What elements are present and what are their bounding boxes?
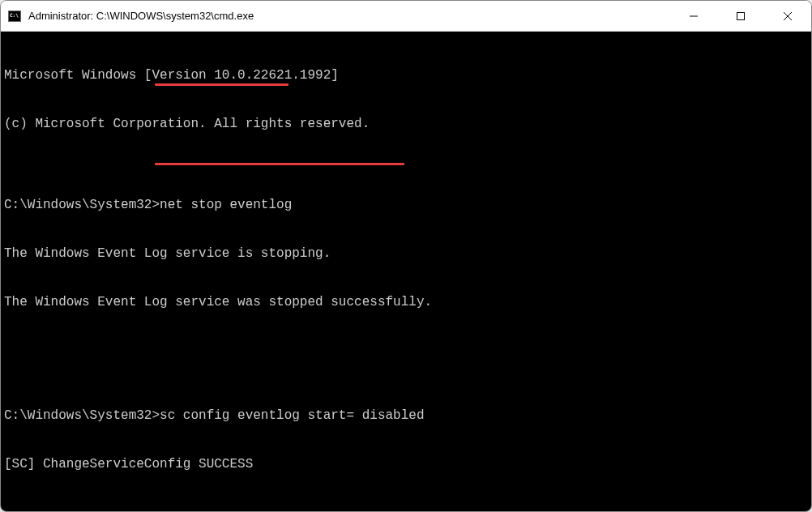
maximize-button[interactable] — [717, 1, 764, 31]
annotation-underline — [155, 83, 288, 86]
terminal-line: C:\Windows\System32>sc config eventlog s… — [4, 407, 808, 424]
terminal-line: (c) Microsoft Corporation. All rights re… — [4, 116, 808, 132]
close-icon — [783, 11, 793, 21]
terminal-line: [SC] ChangeServiceConfig SUCCESS — [4, 456, 808, 472]
terminal-line: C:\Windows\System32>net stop eventlog — [4, 197, 808, 213]
window-title: Administrator: C:\WINDOWS\system32\cmd.e… — [28, 10, 670, 22]
terminal-line: Microsoft Windows [Version 10.0.22621.19… — [4, 67, 808, 83]
svg-rect-3 — [737, 12, 745, 19]
minimize-icon — [689, 11, 699, 21]
cmd-icon: C:\ — [7, 9, 22, 23]
terminal-area[interactable]: Microsoft Windows [Version 10.0.22621.19… — [1, 32, 811, 511]
minimize-button[interactable] — [670, 1, 717, 31]
close-button[interactable] — [764, 1, 811, 31]
svg-text:C:\: C:\ — [10, 12, 19, 18]
cmd-window: C:\ Administrator: C:\WINDOWS\system32\c… — [0, 0, 812, 512]
maximize-icon — [736, 11, 746, 21]
window-controls — [670, 1, 811, 31]
titlebar[interactable]: C:\ Administrator: C:\WINDOWS\system32\c… — [1, 1, 811, 32]
terminal-line: The Windows Event Log service is stoppin… — [4, 245, 808, 262]
annotation-underline — [155, 163, 404, 165]
terminal-line: The Windows Event Log service was stoppe… — [4, 294, 808, 310]
